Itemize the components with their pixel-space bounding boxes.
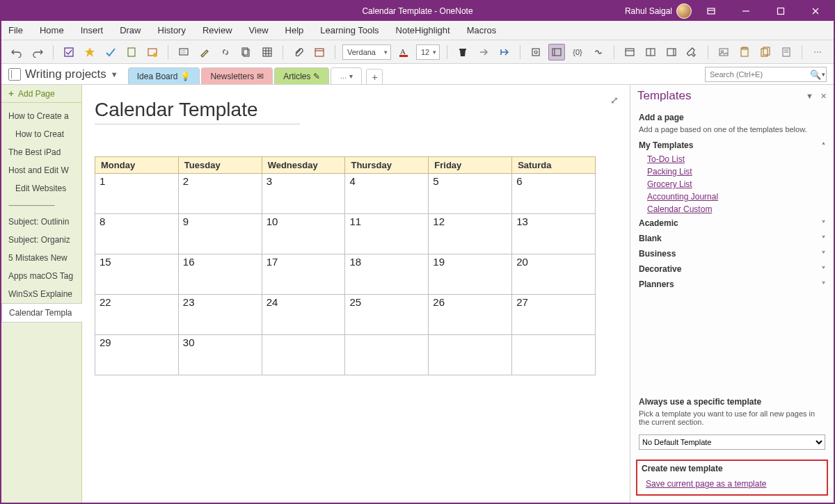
tpl-link[interactable]: Packing List <box>639 165 825 178</box>
cal-cell[interactable]: 16 <box>178 254 262 295</box>
clip4-icon[interactable] <box>778 44 795 60</box>
search-scope-dropdown[interactable]: ▾ <box>821 71 826 78</box>
page-item[interactable]: Host and Edit W <box>1 161 81 179</box>
tpl-link[interactable]: To-Do List <box>639 153 825 165</box>
tag-page-icon[interactable] <box>123 44 140 60</box>
cal-cell[interactable]: 6 <box>512 174 596 214</box>
cat-my-templates[interactable]: My Templates˄ <box>639 138 825 153</box>
delete-icon[interactable] <box>454 44 471 60</box>
layout3-icon[interactable] <box>663 44 680 60</box>
menu-insert[interactable]: Insert <box>81 25 104 35</box>
tag-check-icon[interactable] <box>102 44 119 60</box>
close-button[interactable] <box>800 1 831 21</box>
maximize-button[interactable] <box>765 1 796 21</box>
tool-a-icon[interactable] <box>527 44 544 60</box>
copy-icon[interactable] <box>238 44 255 60</box>
pic-icon[interactable] <box>715 44 732 60</box>
avatar[interactable] <box>676 3 692 19</box>
cal-cell[interactable]: 20 <box>512 254 596 295</box>
menu-view[interactable]: View <box>249 25 269 35</box>
search-input[interactable] <box>706 70 810 79</box>
fullscreen-icon[interactable]: ⤢ <box>610 95 619 106</box>
page-item[interactable]: WinSxS Explaine <box>1 285 81 303</box>
arrow-right2-icon[interactable] <box>496 44 513 60</box>
cal-cell[interactable]: 4 <box>345 174 429 214</box>
date-icon[interactable] <box>311 44 328 60</box>
page-item[interactable]: How to Create a <box>1 107 81 125</box>
cal-cell[interactable]: 22 <box>95 295 179 335</box>
link-icon[interactable] <box>217 44 234 60</box>
clip3-icon[interactable] <box>757 44 774 60</box>
page-item[interactable]: Apps macOS Tag <box>1 267 81 285</box>
minimize-button[interactable] <box>731 1 761 21</box>
cal-cell[interactable] <box>512 335 596 375</box>
notebook-picker[interactable]: Writing projects ▼ <box>8 67 118 84</box>
tab-idea-board[interactable]: Idea Board💡 <box>128 67 200 84</box>
save-as-template-link[interactable]: Save current page as a template <box>646 479 766 489</box>
cal-cell[interactable]: 30 <box>178 335 262 375</box>
font-size-select[interactable]: 12 <box>416 44 440 60</box>
menu-review[interactable]: Review <box>202 25 232 35</box>
arrow-right-icon[interactable] <box>475 44 492 60</box>
add-section-button[interactable]: + <box>366 69 383 84</box>
menu-history[interactable]: History <box>158 25 186 35</box>
tpl-link[interactable]: Accounting Journal <box>639 190 825 203</box>
cal-cell[interactable]: 27 <box>512 295 596 335</box>
cal-cell[interactable]: 8 <box>95 214 179 254</box>
tpl-link[interactable]: Calendar Custom <box>639 203 825 216</box>
add-page-button[interactable]: ＋ Add Page <box>1 85 81 103</box>
page-item[interactable]: Edit Websites <box>1 179 81 197</box>
cal-cell[interactable]: 18 <box>345 254 429 295</box>
cal-cell[interactable]: 10 <box>262 214 345 254</box>
cal-cell[interactable]: 19 <box>429 254 512 295</box>
clip2-icon[interactable] <box>736 44 753 60</box>
page-item-selected[interactable]: Calendar Templa <box>1 303 82 323</box>
page-title[interactable]: Calendar Template <box>95 99 300 124</box>
screenclip-icon[interactable] <box>175 44 192 60</box>
pin-icon[interactable] <box>684 44 701 60</box>
search-box[interactable]: 🔍 ▾ <box>705 67 827 82</box>
font-name-select[interactable]: Verdana <box>342 44 391 60</box>
search-icon[interactable]: 🔍 <box>810 70 821 80</box>
cal-cell[interactable] <box>345 335 429 375</box>
tag-star-icon[interactable] <box>144 44 161 60</box>
tag-important-icon[interactable] <box>81 44 98 60</box>
tab-newsletters[interactable]: Newsletters✉ <box>201 67 273 84</box>
overflow-icon[interactable]: ⋯ <box>809 44 826 60</box>
tool-c-icon[interactable]: {0} <box>569 44 586 60</box>
font-color-icon[interactable]: A <box>395 44 412 60</box>
cal-cell[interactable]: 26 <box>429 295 512 335</box>
cal-cell[interactable]: 12 <box>429 214 512 254</box>
default-template-select[interactable]: No Default Template <box>639 434 825 450</box>
calendar-table[interactable]: Monday Tuesday Wednesday Thursday Friday… <box>95 156 596 375</box>
page-item[interactable]: 5 Mistakes New <box>1 249 81 267</box>
cal-cell[interactable]: 9 <box>178 214 262 254</box>
layout2-icon[interactable] <box>642 44 659 60</box>
highlighter-icon[interactable] <box>196 44 213 60</box>
tpl-link[interactable]: Grocery List <box>639 178 825 190</box>
cal-cell[interactable] <box>429 335 512 375</box>
cat-decorative[interactable]: Decorative˅ <box>639 261 825 277</box>
menu-notehighlight[interactable]: NoteHighlight <box>396 25 450 35</box>
cal-cell[interactable]: 3 <box>262 174 345 214</box>
cal-cell[interactable]: 25 <box>345 295 429 335</box>
menu-macros[interactable]: Macros <box>467 25 497 35</box>
menu-help[interactable]: Help <box>285 25 304 35</box>
tool-infinity-icon[interactable] <box>590 44 607 60</box>
cal-cell[interactable] <box>262 335 345 375</box>
redo-icon[interactable] <box>29 44 46 60</box>
page-item[interactable]: The Best iPad <box>1 143 81 161</box>
cal-cell[interactable]: 1 <box>95 174 179 214</box>
menu-draw[interactable]: Draw <box>120 25 141 35</box>
layout1-icon[interactable] <box>621 44 638 60</box>
page-item[interactable]: How to Creat <box>1 125 81 143</box>
menu-file[interactable]: File <box>8 25 23 35</box>
table-icon[interactable] <box>259 44 276 60</box>
page-item[interactable]: Subject: Outlinin <box>1 213 81 231</box>
todo-icon[interactable] <box>61 44 77 60</box>
cal-cell[interactable]: 29 <box>95 335 179 375</box>
cal-cell[interactable]: 2 <box>178 174 262 214</box>
menu-home[interactable]: Home <box>40 25 64 35</box>
page-item[interactable]: Subject: Organiz <box>1 231 81 249</box>
tab-more[interactable]: … ▾ <box>331 67 362 84</box>
